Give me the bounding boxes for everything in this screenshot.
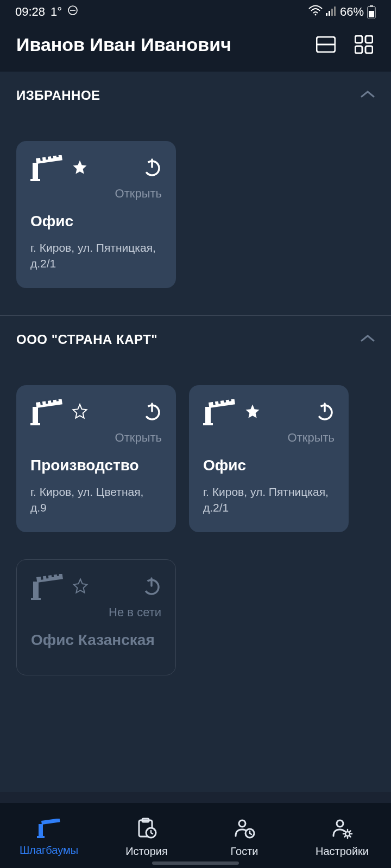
bottom-nav: Шлагбаумы История Гости Настройки [0,803,391,868]
svg-rect-26 [30,423,40,425]
header-actions [315,34,375,55]
card-address: г. Киров, ул. Цветная, д.9 [30,484,162,516]
card-address: г. Киров, ул. Пятницкая, д.2/1 [30,240,162,272]
svg-rect-17 [30,179,40,181]
svg-point-60 [337,820,343,827]
card-status: Открыть [30,187,162,201]
cards-row: Открыть Производство г. Киров, ул. Цветн… [0,358,391,559]
svg-rect-3 [326,13,327,16]
nav-label: История [125,845,168,858]
card-status: Открыть [30,431,162,445]
svg-point-58 [239,820,245,827]
svg-rect-5 [331,9,333,16]
status-left: 09:28 1° [15,5,78,19]
app-header: Иванов Иван Иванович [0,24,391,72]
star-filled-icon[interactable] [72,159,88,177]
svg-rect-9 [369,11,374,17]
barrier-card[interactable]: Открыть Офис г. Киров, ул. Пятницкая, д.… [189,385,349,532]
svg-rect-44 [31,598,41,600]
barrier-card[interactable]: Открыть Офис г. Киров, ул. Пятницкая, д.… [16,141,176,288]
status-right: 66% [308,5,376,19]
section-title: ООО "СТРАНА КАРТ" [16,332,157,347]
content[interactable]: ИЗБРАННОЕ Открыть Офис [0,72,391,792]
svg-rect-6 [334,7,336,16]
signal-icon [326,5,337,19]
status-time: 09:28 [15,5,45,19]
chevron-up-icon [361,90,375,101]
card-name: Офис [203,457,335,474]
svg-rect-25 [33,407,38,423]
svg-rect-52 [39,824,43,836]
card-address: г. Киров, ул. Пятницкая, д.2/1 [203,484,335,516]
section-header-favorites[interactable]: ИЗБРАННОЕ [0,72,391,114]
barrier-card-offline[interactable]: Не в сети Офис Казанская [16,559,176,675]
barrier-icon [37,819,61,841]
svg-rect-54 [41,819,60,825]
svg-rect-34 [205,407,211,423]
svg-rect-4 [329,11,330,16]
chevron-up-icon [361,334,375,345]
nav-settings[interactable]: Настройки [293,818,391,858]
nav-barriers[interactable]: Шлагбаумы [0,819,98,857]
cards-row: Открыть Офис г. Киров, ул. Пятницкая, д.… [0,114,391,315]
nav-label: Гости [231,845,258,858]
barrier-icon [31,574,64,600]
status-temp: 1° [51,5,62,19]
nav-label: Настройки [316,845,369,858]
svg-rect-13 [365,36,373,43]
power-icon[interactable] [315,401,335,423]
power-icon[interactable] [142,157,162,179]
barrier-icon [203,399,236,425]
dnd-icon [67,5,78,19]
nav-history[interactable]: История [98,818,195,858]
person-clock-icon [234,818,255,842]
barrier-icon [30,155,63,181]
star-outline-icon[interactable] [72,578,89,596]
barrier-card[interactable]: Открыть Производство г. Киров, ул. Цветн… [16,385,176,532]
svg-rect-53 [37,836,45,838]
card-name: Офис Казанская [31,631,161,649]
card-name: Производство [30,457,162,474]
cards-row: Не в сети Офис Казанская [0,559,391,703]
page-title: Иванов Иван Иванович [16,34,231,55]
barrier-icon [30,399,63,425]
view-list-icon[interactable] [315,34,337,55]
svg-point-61 [345,832,350,836]
clipboard-clock-icon [136,818,157,842]
svg-rect-35 [203,423,213,425]
nav-guests[interactable]: Гости [195,818,293,858]
star-filled-icon[interactable] [244,403,261,422]
svg-rect-16 [33,163,38,179]
wifi-icon [308,5,323,19]
nav-label: Шлагбаумы [20,844,78,857]
power-icon[interactable] [142,401,162,423]
person-gear-icon [331,818,353,842]
status-bar: 09:28 1° 66% [0,0,391,24]
svg-rect-12 [355,36,362,43]
star-outline-icon[interactable] [72,403,88,422]
card-name: Офис [30,213,162,230]
battery-percent: 66% [340,5,364,19]
card-status: Не в сети [31,605,161,620]
battery-icon [367,5,376,18]
section-title: ИЗБРАННОЕ [16,88,100,103]
card-status: Открыть [203,431,335,445]
view-grid-icon[interactable] [353,34,375,55]
section-header-company[interactable]: ООО "СТРАНА КАРТ" [0,316,391,358]
power-icon[interactable] [142,576,161,598]
svg-point-2 [314,14,316,16]
svg-rect-14 [355,46,362,53]
home-indicator[interactable] [152,861,239,865]
svg-rect-15 [365,46,373,53]
svg-rect-43 [33,582,39,598]
